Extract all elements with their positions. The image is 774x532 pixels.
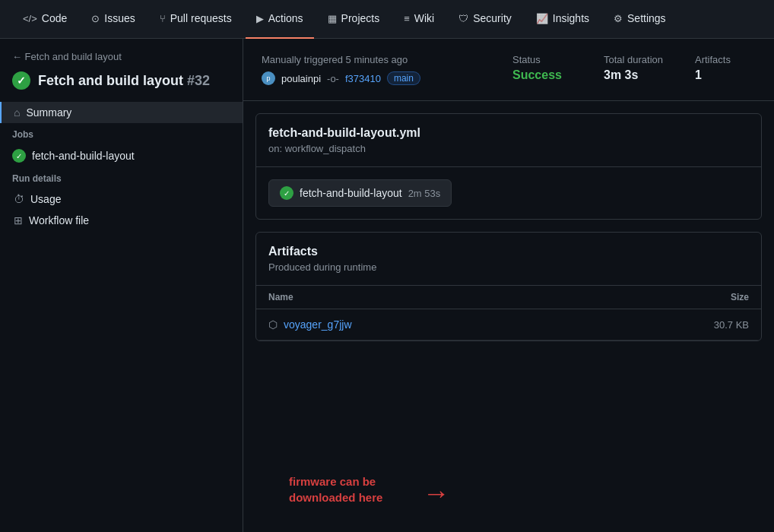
artifact-size: 30.7 KB [714, 319, 749, 331]
jobs-section-label: Jobs [0, 123, 243, 144]
nav-wiki[interactable]: ≡ Wiki [393, 0, 445, 39]
annotation-arrow: → [423, 477, 450, 509]
projects-icon: ▦ [328, 13, 337, 24]
artifact-name[interactable]: ⬡ voyager_g7jjw [268, 318, 352, 331]
home-icon: ⌂ [14, 106, 20, 119]
summary-meta: Manually triggered 5 minutes ago p poula… [262, 54, 482, 85]
artifacts-header: Artifacts Produced during runtime [256, 233, 761, 286]
insights-icon: 📈 [536, 13, 548, 24]
nav-issues[interactable]: ⊙ Issues [81, 0, 145, 39]
workflow-card-body: ✓ fetch-and-build-layout 2m 53s [256, 167, 761, 219]
commit-hash[interactable]: f373410 [345, 73, 381, 84]
run-title: ✓ Fetch and build layout #32 [0, 71, 243, 102]
annotation-text: firmware can be downloaded here [289, 473, 411, 505]
breadcrumb[interactable]: ← Fetch and build layout [0, 51, 243, 71]
nav-projects[interactable]: ▦ Projects [317, 0, 391, 39]
workflow-card-header: fetch-and-build-layout.yml on: workflow_… [256, 114, 761, 167]
workflow-trigger: on: workflow_dispatch [268, 143, 749, 154]
summary-card: Manually triggered 5 minutes ago p poula… [243, 39, 774, 101]
nav-insights[interactable]: 📈 Insights [525, 0, 600, 39]
artifacts-table-header: Name Size [256, 286, 761, 309]
job-run-success-icon: ✓ [280, 186, 293, 200]
artifacts-title: Artifacts [268, 245, 749, 258]
job-run-button[interactable]: ✓ fetch-and-build-layout 2m 53s [268, 179, 452, 207]
code-icon: </> [23, 13, 37, 24]
run-details-section-label: Run details [0, 167, 243, 188]
artifacts-stat: Artifacts 1 [695, 54, 756, 82]
security-icon: 🛡 [458, 13, 468, 24]
pr-icon: ⑂ [160, 13, 166, 24]
nav-settings[interactable]: ⚙ Settings [603, 0, 677, 39]
artifact-icon: ⬡ [268, 318, 278, 331]
artifacts-subtitle: Produced during runtime [268, 261, 749, 273]
settings-icon: ⚙ [614, 13, 623, 24]
main-content: Manually triggered 5 minutes ago p poula… [243, 39, 774, 532]
status-stat: Status Success [512, 54, 573, 82]
clock-icon: ⏱ [14, 193, 24, 205]
artifacts-card: Artifacts Produced during runtime Name S… [255, 232, 762, 341]
artifact-row[interactable]: ⬡ voyager_g7jjw 30.7 KB [256, 309, 761, 340]
file-icon: ⊞ [14, 214, 23, 226]
triggered-text: Manually triggered 5 minutes ago [262, 54, 482, 65]
run-status-icon: ✓ [12, 71, 30, 90]
duration-stat: Total duration 3m 3s [604, 54, 665, 82]
issues-icon: ⊙ [91, 13, 100, 24]
job-success-icon: ✓ [12, 149, 26, 163]
avatar: p [262, 71, 275, 85]
workflow-card: fetch-and-build-layout.yml on: workflow_… [255, 113, 762, 220]
branch-badge[interactable]: main [387, 71, 420, 85]
commit-separator: -o- [327, 73, 339, 84]
sidebar-item-usage[interactable]: ⏱ Usage [0, 188, 243, 210]
top-navigation: </> Code ⊙ Issues ⑂ Pull requests ▶ Acti… [0, 0, 774, 39]
nav-actions[interactable]: ▶ Actions [246, 0, 314, 39]
sidebar-item-workflow-file[interactable]: ⊞ Workflow file [0, 210, 243, 231]
wiki-icon: ≡ [404, 13, 410, 24]
actions-icon: ▶ [256, 13, 264, 24]
nav-pull-requests[interactable]: ⑂ Pull requests [149, 0, 243, 39]
sidebar: ← Fetch and build layout ✓ Fetch and bui… [0, 39, 243, 532]
nav-security[interactable]: 🛡 Security [448, 0, 522, 39]
nav-code[interactable]: </> Code [12, 0, 78, 39]
sidebar-item-summary[interactable]: ⌂ Summary [0, 102, 243, 123]
annotation: firmware can be downloaded here → [289, 470, 450, 509]
main-layout: ← Fetch and build layout ✓ Fetch and bui… [0, 39, 774, 532]
workflow-filename: fetch-and-build-layout.yml [268, 126, 749, 140]
commit-row: p poulainpi -o- f373410 main [262, 71, 482, 85]
sidebar-item-job[interactable]: ✓ fetch-and-build-layout [0, 144, 243, 167]
